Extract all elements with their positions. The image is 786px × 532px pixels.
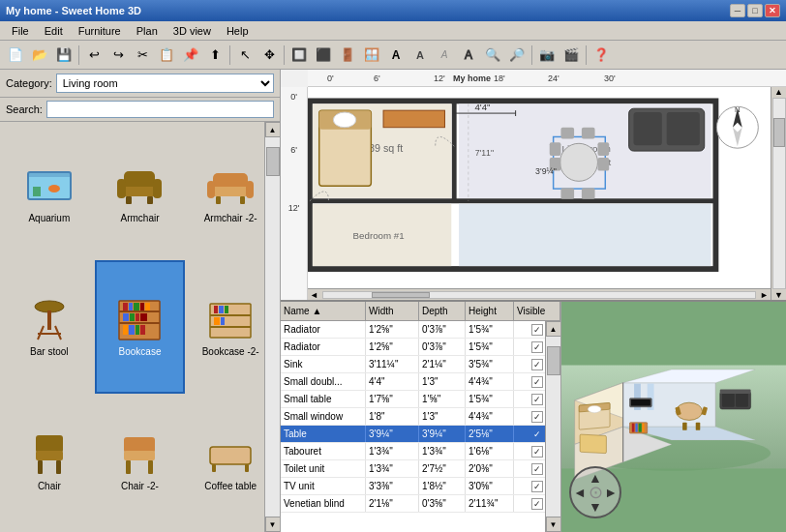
furniture-item-bookcase2[interactable]: Bookcase -2- xyxy=(185,260,276,395)
category-select[interactable]: Living room Bedroom Kitchen Bathroom Off… xyxy=(56,74,274,93)
fp-vscroll-track[interactable] xyxy=(772,98,786,289)
fp-vscroll-up[interactable]: ▲ xyxy=(774,87,783,97)
move-tool[interactable]: ✥ xyxy=(257,44,281,67)
copy-button[interactable]: 📋 xyxy=(155,44,178,67)
nav-down[interactable]: ▼ xyxy=(589,499,602,515)
col-visible[interactable]: Visible xyxy=(514,302,560,320)
visible-checkbox[interactable] xyxy=(531,411,543,423)
new-button[interactable]: 📄 xyxy=(4,44,27,67)
col-width[interactable]: Width xyxy=(366,302,419,320)
list-scroll-track[interactable] xyxy=(546,337,560,517)
fp-hscroll[interactable]: ◄ ► xyxy=(308,288,771,300)
list-scrollbar[interactable]: ▲ ▼ xyxy=(545,321,560,532)
furniture-scrollbar[interactable]: ▲ ▼ xyxy=(264,122,280,532)
furniture-item-bookcase[interactable]: Bookcase xyxy=(95,260,186,395)
list-item[interactable]: Small table 1'7⅝" 1'⅝" 1'5¾" xyxy=(281,391,560,408)
visible-checkbox[interactable] xyxy=(531,429,543,440)
scroll-down-btn[interactable]: ▼ xyxy=(265,517,281,532)
plan-content[interactable]: 4'4" 84.89 sq ft Bedroom #1 Living room … xyxy=(308,87,771,300)
fp-hscroll-right[interactable]: ► xyxy=(758,290,771,300)
list-item[interactable]: Sink 3'11¼" 2'1¼" 3'5¾" xyxy=(281,356,560,373)
list-item[interactable]: Toilet unit 1'3¾" 2'7½" 2'0⅜" xyxy=(281,460,560,478)
nav-right[interactable]: ► xyxy=(604,485,618,500)
zoom-out[interactable]: 🔎 xyxy=(505,44,529,67)
list-item[interactable]: Small window 1'8" 1'3" 4'4¾" xyxy=(281,408,560,426)
menu-help[interactable]: Help xyxy=(219,23,257,39)
visible-checkbox[interactable] xyxy=(531,359,543,370)
video-button[interactable]: 🎬 xyxy=(559,44,583,67)
text-tool3[interactable]: A xyxy=(433,44,456,67)
import-button[interactable]: ⬆ xyxy=(203,44,227,67)
list-item[interactable]: Radiator 1'2⅝" 0'3⅞" 1'5¾" xyxy=(281,321,560,339)
visible-checkbox[interactable] xyxy=(531,481,543,492)
col-name[interactable]: Name ▲ xyxy=(281,302,366,320)
cell-width: 1'3¾" xyxy=(366,443,419,459)
save-button[interactable]: 💾 xyxy=(52,44,76,67)
furniture-item-aquarium[interactable]: Aquarium xyxy=(4,126,95,260)
list-scroll-up[interactable]: ▲ xyxy=(546,321,561,337)
menu-3dview[interactable]: 3D view xyxy=(166,23,219,39)
fp-hscroll-left[interactable]: ◄ xyxy=(308,290,320,300)
fp-vscroll-down[interactable]: ▼ xyxy=(774,290,783,300)
cut-button[interactable]: ✂ xyxy=(131,44,154,67)
text-tool2[interactable]: A xyxy=(408,44,432,67)
maximize-button[interactable]: □ xyxy=(747,4,763,17)
furniture-item-armchair[interactable]: Armchair xyxy=(95,126,186,260)
close-button[interactable]: ✕ xyxy=(765,4,780,17)
scroll-up-btn[interactable]: ▲ xyxy=(265,122,281,137)
menu-edit[interactable]: Edit xyxy=(37,23,71,39)
menu-furniture[interactable]: Furniture xyxy=(71,23,129,39)
list-item-table[interactable]: Table 3'9¼" 3'9¼" 2'5⅛" xyxy=(281,426,560,443)
scroll-track[interactable] xyxy=(265,137,280,517)
zoom-in[interactable]: 🔍 xyxy=(481,44,504,67)
fp-hscroll-track[interactable] xyxy=(322,291,756,299)
col-height[interactable]: Height xyxy=(466,302,514,320)
furniture-item-coffeetable[interactable]: Coffee table xyxy=(185,394,276,528)
visible-checkbox[interactable] xyxy=(531,394,543,405)
window-tool[interactable]: 🪟 xyxy=(360,44,383,67)
visible-checkbox[interactable] xyxy=(531,463,543,475)
photo-button[interactable]: 📷 xyxy=(535,44,559,67)
menu-file[interactable]: File xyxy=(4,23,37,39)
search-input[interactable] xyxy=(46,101,274,118)
minimize-button[interactable]: ─ xyxy=(730,4,745,17)
text-tool[interactable]: A xyxy=(384,44,408,67)
fp-vscroll[interactable]: ▲ ▼ xyxy=(771,87,786,300)
furniture-item-chair[interactable]: Chair xyxy=(4,394,95,528)
visible-checkbox[interactable] xyxy=(531,324,543,336)
scroll-thumb[interactable] xyxy=(266,147,280,176)
undo-button[interactable]: ↩ xyxy=(82,44,106,67)
paste-button[interactable]: 📌 xyxy=(179,44,202,67)
room-tool[interactable]: ⬛ xyxy=(312,44,335,67)
redo-button[interactable]: ↪ xyxy=(106,44,130,67)
menu-plan[interactable]: Plan xyxy=(129,23,166,39)
wall-tool[interactable]: 🔲 xyxy=(287,44,311,67)
furniture-item-chair2[interactable]: Chair -2- xyxy=(95,394,186,528)
list-scroll-down[interactable]: ▼ xyxy=(546,517,561,532)
list-item[interactable]: TV unit 3'3⅜" 1'8½" 3'0⅝" xyxy=(281,478,560,495)
visible-checkbox[interactable] xyxy=(531,498,543,510)
text-outline[interactable]: A xyxy=(457,44,480,67)
list-scroll-thumb[interactable] xyxy=(547,346,560,375)
help-button[interactable]: ❓ xyxy=(590,44,613,67)
nav-arrows[interactable]: ▲ ▼ ◄ ► ⊙ xyxy=(569,466,625,522)
list-item[interactable]: Radiator 1'2⅝" 0'3⅞" 1'5¾" xyxy=(281,339,560,356)
door-tool[interactable]: 🚪 xyxy=(336,44,359,67)
list-item[interactable]: Small doubl... 4'4" 1'3" 4'4¾" xyxy=(281,373,560,391)
open-button[interactable]: 📂 xyxy=(28,44,51,67)
svg-rect-113 xyxy=(722,393,735,407)
3d-view[interactable]: ▲ ▼ ◄ ► ⊙ xyxy=(561,302,786,532)
visible-checkbox[interactable] xyxy=(531,341,543,353)
visible-checkbox[interactable] xyxy=(531,446,543,458)
furniture-item-barstool[interactable]: Bar stool xyxy=(4,260,95,395)
list-item[interactable]: Venetian blind 2'1⅛" 0'3⅝" 2'11¾" xyxy=(281,495,560,513)
furniture-item-armchair2[interactable]: Armchair -2- xyxy=(185,126,276,260)
col-depth[interactable]: Depth xyxy=(419,302,466,320)
pointer-tool[interactable]: ↖ xyxy=(233,44,257,67)
visible-checkbox[interactable] xyxy=(531,376,543,388)
nav-left[interactable]: ◄ xyxy=(573,485,587,500)
fp-hscroll-thumb[interactable] xyxy=(372,292,430,298)
list-item[interactable]: Tabouret 1'3¾" 1'3¾" 1'6⅛" xyxy=(281,443,560,460)
fp-vscroll-thumb[interactable] xyxy=(773,118,785,147)
nav-up[interactable]: ▲ xyxy=(589,470,602,486)
